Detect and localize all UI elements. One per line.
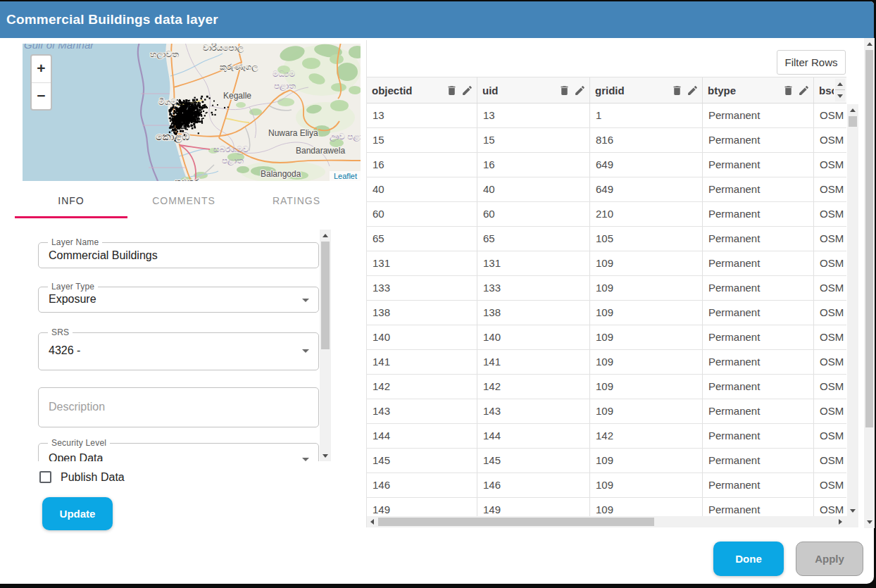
table-row[interactable]: 143143109PermanentOSM [367, 399, 846, 424]
form-scroll-down-button[interactable] [320, 450, 331, 461]
table-row[interactable]: 141141109PermanentOSM [367, 350, 846, 375]
table-cell-bsource[interactable]: OSM [813, 301, 846, 325]
table-cell-objectid[interactable]: 60 [367, 202, 477, 226]
header-scroll-down-button[interactable] [835, 91, 845, 101]
table-cell-btype[interactable]: Permanent [702, 375, 813, 399]
update-button[interactable]: Update [42, 497, 113, 530]
description-textarea[interactable]: Description [38, 387, 319, 427]
table-cell-gridid[interactable]: 109 [589, 473, 702, 497]
table-cell-btype[interactable]: Permanent [702, 177, 813, 201]
table-cell-uid[interactable]: 145 [477, 449, 589, 473]
edit-column-icon[interactable] [798, 85, 810, 96]
table-cell-gridid[interactable]: 109 [589, 251, 702, 275]
table-cell-bsource[interactable]: OSM [813, 276, 846, 300]
table-cell-uid[interactable]: 143 [477, 399, 589, 423]
table-cell-uid[interactable]: 16 [477, 153, 589, 177]
edit-column-icon[interactable] [687, 85, 699, 96]
header-scroll-up-button[interactable] [835, 79, 845, 90]
table-row[interactable]: 140140109PermanentOSM [367, 325, 846, 350]
table-cell-objectid[interactable]: 40 [367, 177, 477, 201]
table-cell-objectid[interactable]: 65 [367, 227, 477, 251]
table-cell-objectid[interactable]: 145 [367, 449, 477, 473]
leaflet-map[interactable]: Gulf of MannarහලාවතවාරියපොලකුරුණෑගලKegal… [23, 44, 361, 181]
table-cell-objectid[interactable]: 141 [367, 350, 477, 374]
table-cell-uid[interactable]: 60 [477, 202, 589, 226]
dialog-scroll-up-button[interactable] [864, 38, 875, 50]
table-cell-objectid[interactable]: 133 [367, 276, 477, 300]
table-cell-uid[interactable]: 144 [477, 424, 589, 448]
tab-info[interactable]: INFO [15, 184, 127, 216]
table-cell-objectid[interactable]: 142 [367, 375, 477, 399]
table-cell-gridid[interactable]: 1 [589, 104, 702, 127]
table-cell-btype[interactable]: Permanent [702, 251, 813, 275]
table-cell-gridid[interactable]: 109 [589, 325, 702, 349]
table-cell-bsource[interactable]: OSM [813, 473, 846, 497]
table-row[interactable]: 6060210PermanentOSM [367, 202, 846, 227]
table-cell-btype[interactable]: Permanent [702, 202, 813, 226]
table-cell-btype[interactable]: Permanent [702, 350, 813, 374]
table-horizontal-scrollbar-thumb[interactable] [378, 518, 654, 526]
form-scroll-up-button[interactable] [320, 230, 331, 241]
table-horizontal-scrollbar[interactable] [367, 516, 846, 527]
table-row[interactable]: 142142109PermanentOSM [367, 375, 846, 399]
table-vertical-scrollbar-thumb[interactable] [849, 116, 857, 127]
tab-comments[interactable]: COMMENTS [127, 184, 240, 216]
table-row[interactable]: 6565105PermanentOSM [367, 227, 846, 251]
table-cell-uid[interactable]: 149 [477, 498, 589, 516]
delete-column-icon[interactable] [446, 85, 458, 96]
table-cell-bsource[interactable]: OSM [813, 498, 846, 516]
table-cell-btype[interactable]: Permanent [702, 498, 813, 516]
table-row[interactable]: 131131109PermanentOSM [367, 251, 846, 276]
tab-ratings[interactable]: RATINGS [240, 184, 353, 216]
table-cell-gridid[interactable]: 109 [589, 498, 702, 516]
table-cell-bsource[interactable]: OSM [813, 424, 846, 448]
table-row[interactable]: 145145109PermanentOSM [367, 449, 846, 473]
table-row[interactable]: 1515816PermanentOSM [367, 128, 846, 153]
table-cell-uid[interactable]: 65 [477, 227, 589, 251]
table-cell-btype[interactable]: Permanent [702, 301, 813, 325]
table-row[interactable]: 149149109PermanentOSM [367, 498, 846, 516]
zoom-out-button[interactable]: − [32, 83, 51, 110]
table-row[interactable]: 138138109PermanentOSM [367, 301, 846, 325]
table-cell-objectid[interactable]: 140 [367, 325, 477, 349]
table-vertical-scrollbar[interactable] [847, 104, 858, 516]
table-cell-bsource[interactable]: OSM [813, 153, 846, 177]
table-cell-uid[interactable]: 15 [477, 128, 589, 152]
table-cell-btype[interactable]: Permanent [702, 128, 813, 152]
table-cell-gridid[interactable]: 109 [589, 375, 702, 399]
map-attribution-link[interactable]: Leaflet [330, 171, 361, 181]
table-cell-objectid[interactable]: 144 [367, 424, 477, 448]
publish-data-checkbox[interactable] [39, 471, 51, 483]
table-cell-uid[interactable]: 40 [477, 177, 589, 201]
table-cell-uid[interactable]: 142 [477, 375, 589, 399]
table-cell-gridid[interactable]: 210 [589, 202, 702, 226]
table-cell-btype[interactable]: Permanent [702, 227, 813, 251]
table-cell-gridid[interactable]: 109 [589, 399, 702, 423]
table-cell-btype[interactable]: Permanent [702, 424, 813, 448]
table-cell-objectid[interactable]: 13 [367, 104, 477, 127]
form-scrollbar[interactable] [320, 230, 331, 461]
delete-column-icon[interactable] [558, 85, 570, 96]
table-scroll-up-button[interactable] [847, 104, 858, 115]
table-cell-uid[interactable]: 146 [477, 473, 589, 497]
table-cell-objectid[interactable]: 131 [367, 251, 477, 275]
table-cell-btype[interactable]: Permanent [702, 325, 813, 349]
edit-column-icon[interactable] [461, 85, 473, 96]
table-cell-bsource[interactable]: OSM [813, 128, 846, 152]
table-cell-bsource[interactable]: OSM [813, 449, 846, 473]
table-cell-objectid[interactable]: 138 [367, 301, 477, 325]
table-row[interactable]: 1616649PermanentOSM [367, 153, 846, 177]
delete-column-icon[interactable] [671, 85, 683, 96]
table-cell-gridid[interactable]: 649 [589, 153, 702, 177]
table-cell-uid[interactable]: 138 [477, 301, 589, 325]
table-cell-uid[interactable]: 141 [477, 350, 589, 374]
table-cell-btype[interactable]: Permanent [702, 399, 813, 423]
table-cell-uid[interactable]: 13 [477, 104, 589, 127]
table-cell-bsource[interactable]: OSM [813, 325, 846, 349]
table-cell-uid[interactable]: 131 [477, 251, 589, 275]
table-scroll-down-button[interactable] [847, 505, 858, 516]
layer-name-field[interactable]: Layer Name Commercial Buildings [38, 242, 319, 268]
edit-column-icon[interactable] [574, 85, 586, 96]
table-cell-bsource[interactable]: OSM [813, 251, 846, 275]
table-cell-objectid[interactable]: 146 [367, 473, 477, 497]
